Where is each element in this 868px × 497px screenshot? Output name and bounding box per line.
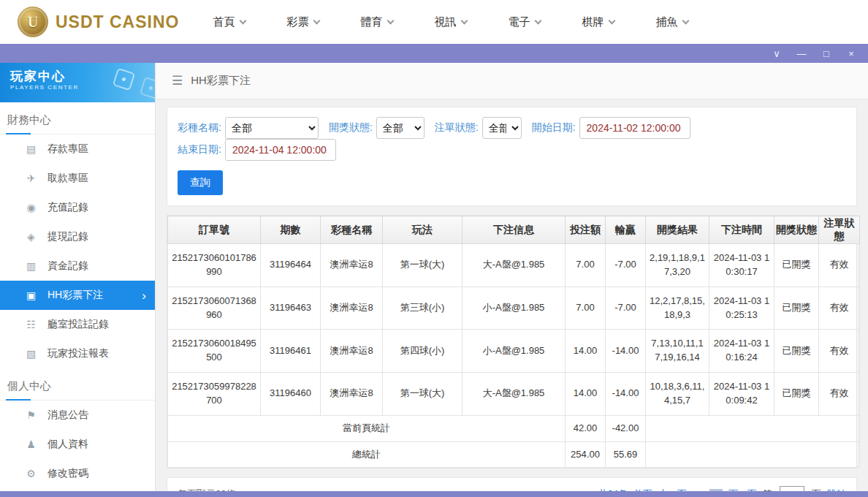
jump-button[interactable]: 跳转 (827, 487, 846, 491)
sidebar-item-label: 充值記錄 (47, 201, 88, 214)
column-header: 彩種名稱 (321, 216, 383, 244)
cashout-record-icon: ◈ (25, 231, 37, 243)
draw-status-select[interactable]: 全部 (376, 117, 425, 139)
column-header: 下注時間 (709, 216, 774, 244)
bell-icon: ⚑ (25, 409, 37, 421)
table-cell: 31196461 (261, 330, 321, 373)
prev-page-link[interactable]: 上一页 (658, 487, 687, 491)
column-header: 開獎狀態 (774, 216, 819, 244)
nav-sports[interactable]: 體育 (360, 15, 393, 29)
lottery-name-filter: 彩種名稱: 全部 (178, 117, 319, 139)
table-cell: 31196464 (261, 244, 321, 287)
jump-suffix: 页 (812, 487, 821, 491)
table-cell: 澳洲幸运8 (321, 330, 383, 373)
maximize-button[interactable]: □ (821, 49, 831, 58)
sidebar-item-deposit-zone[interactable]: ▤ 存款專區 (0, 134, 155, 164)
next-page-link[interactable]: 下一页 (728, 487, 757, 491)
app-body: 玩家中心 PLAYERS CENTER 財務中心 ▤ 存款專區 ✈ 取款專區 ◉… (0, 63, 868, 491)
end-date-input[interactable] (225, 139, 336, 161)
nav-home[interactable]: 首頁 (213, 15, 245, 29)
players-center-subtitle: PLAYERS CENTER (10, 84, 155, 91)
column-header: 訂單號 (168, 216, 261, 244)
table-cell: 小-A盤@1.985 (462, 330, 566, 373)
table-cell: 澳洲幸运8 (321, 244, 383, 287)
table-cell: 2024-11-03 10:30:17 (709, 244, 774, 287)
table-cell: 2152173060101786990 (168, 244, 261, 287)
sidebar-item-withdrawal-records[interactable]: ◈ 提現記錄 (0, 222, 155, 251)
lottery-bet-icon: ▣ (25, 289, 37, 301)
nav-home-label: 首頁 (213, 15, 235, 29)
sidebar-item-announcements[interactable]: ⚑ 消息公告 (0, 401, 155, 430)
total-summary-winloss: 55.69 (606, 441, 646, 468)
page-link-2-current[interactable]: [2] (709, 489, 723, 491)
app-logo: U USDT CASINO (18, 7, 179, 37)
sidebar-item-hh-lottery-bets[interactable]: ▣ HH彩票下注 › (0, 281, 155, 310)
sidebar-item-player-bet-report[interactable]: ▧ 玩家投注報表 (0, 339, 155, 368)
table-cell: -7.00 (606, 244, 646, 287)
main-nav: 首頁 彩票 體育 視訊 電子 棋牌 捕魚 (213, 15, 688, 29)
window-title-bar: ∨ — □ × (0, 44, 868, 63)
nav-video[interactable]: 視訊 (434, 15, 467, 29)
players-center-header: 玩家中心 PLAYERS CENTER (0, 63, 155, 102)
funds-record-icon: ▥ (25, 260, 37, 272)
table-cell: -7.00 (606, 287, 646, 330)
order-status-label: 注單狀態: (435, 121, 479, 134)
chevron-right-icon: › (142, 289, 146, 302)
total-summary-label: 總統計 (168, 441, 566, 468)
nav-fishing[interactable]: 捕魚 (655, 15, 688, 29)
table-cell: 小-A盤@1.985 (462, 287, 566, 330)
sidebar-item-profile[interactable]: ♟ 個人資料 (0, 430, 155, 459)
sidebar-item-withdraw-zone[interactable]: ✈ 取款專區 (0, 164, 155, 193)
table-row: 2152173059978228700 31196460 澳洲幸运8 第一球(大… (168, 373, 860, 416)
page-summary-winloss: -42.00 (606, 415, 646, 441)
sidebar-item-label: 存款專區 (47, 143, 88, 156)
table-cell: 2024-11-03 10:16:24 (709, 330, 774, 373)
sidebar-item-change-password[interactable]: ⚙ 修改密碼 (0, 459, 155, 488)
table-cell: 大-A盤@1.985 (462, 244, 566, 287)
jump-page-input[interactable] (780, 486, 804, 491)
table-cell: 14.00 (566, 330, 606, 373)
sidebar: 玩家中心 PLAYERS CENTER 財務中心 ▤ 存款專區 ✈ 取款專區 ◉… (0, 63, 156, 491)
nav-lottery[interactable]: 彩票 (286, 15, 319, 29)
table-row: 2152173060018495500 31196461 澳洲幸运8 第四球(小… (168, 330, 860, 373)
column-header: 投注額 (566, 216, 606, 244)
order-status-select[interactable]: 全部 (482, 117, 522, 139)
lottery-name-select[interactable]: 全部 (225, 117, 319, 139)
nav-electronic[interactable]: 電子 (508, 15, 541, 29)
page-link-1[interactable]: [1] (693, 489, 703, 491)
draw-status-label: 開獎狀態: (329, 121, 373, 134)
first-page-link[interactable]: 首页 (633, 487, 652, 491)
table-cell: 已開獎 (774, 244, 819, 287)
nav-video-label: 視訊 (434, 15, 456, 29)
chevron-down-icon (313, 17, 321, 24)
nav-electronic-label: 電子 (508, 15, 530, 29)
chevron-down-icon (609, 17, 616, 24)
table-row: 2152173060071368960 31196463 澳洲幸运8 第三球(小… (168, 287, 860, 330)
nav-chess[interactable]: 棋牌 (582, 15, 614, 29)
table-cell: 第三球(小) (383, 287, 462, 330)
table-cell: 31196460 (261, 373, 321, 416)
minimize-button[interactable]: — (796, 49, 807, 58)
section-finance-center: 財務中心 (0, 102, 155, 134)
bets-table-panel: 訂單號 期數 彩種名稱 玩法 下注信息 投注額 輸贏 開獎結果 下注時間 開獎狀… (167, 215, 857, 468)
sidebar-item-funds-records[interactable]: ▥ 資金記錄 (0, 251, 155, 281)
table-cell: 2,19,1,18,9,17,3,20 (646, 244, 709, 287)
hamburger-menu-icon[interactable]: ☰ (172, 73, 183, 88)
nav-sports-label: 體育 (360, 15, 382, 29)
top-navigation-bar: U USDT CASINO 首頁 彩票 體育 視訊 電子 棋牌 捕魚 (0, 0, 868, 44)
start-date-input[interactable] (579, 117, 690, 139)
page-summary-label: 當前頁統計 (168, 415, 566, 441)
table-cell: 有效 (819, 244, 860, 287)
chevron-down-icon (535, 17, 542, 24)
column-header: 玩法 (383, 216, 462, 244)
sidebar-item-label: HH彩票下注 (47, 289, 103, 302)
jump-prefix: 第 (763, 487, 772, 491)
search-button[interactable]: 查詢 (178, 170, 223, 195)
collapse-chevron-icon[interactable]: ∨ (772, 49, 782, 58)
sidebar-item-hall-bet-records[interactable]: ☷ 廳室投註記錄 (0, 310, 155, 339)
close-button[interactable]: × (846, 49, 856, 58)
column-header: 下注信息 (462, 216, 566, 244)
table-cell: 有效 (819, 287, 860, 330)
sidebar-item-recharge-records[interactable]: ◉ 充值記錄 (0, 193, 155, 222)
end-date-label: 結束日期: (178, 143, 221, 156)
